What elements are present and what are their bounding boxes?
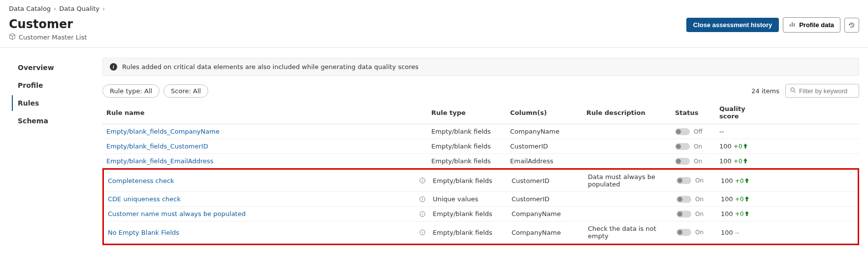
rule-name-link[interactable]: CDE uniqueness check bbox=[108, 195, 181, 203]
quality-score: 100+0 bbox=[721, 195, 760, 203]
filter-rule-type-value: All bbox=[144, 87, 152, 95]
bar-chart-icon bbox=[789, 21, 796, 29]
search-box[interactable] bbox=[785, 84, 859, 98]
rule-name-link[interactable]: Empty/blank_fields_EmailAddress bbox=[106, 157, 214, 165]
filter-score-label: Score: bbox=[171, 87, 193, 95]
col-header-name[interactable]: Rule name bbox=[106, 109, 431, 116]
rule-type: Unique values bbox=[433, 195, 512, 203]
status-label: On bbox=[695, 177, 704, 184]
rule-columns: CompanyName bbox=[510, 128, 586, 135]
sidebar-item-schema[interactable]: Schema bbox=[12, 113, 94, 129]
rule-columns: CompanyName bbox=[512, 229, 588, 236]
status-toggle[interactable] bbox=[675, 158, 690, 165]
score-value: 100 bbox=[721, 210, 733, 218]
sidebar-item-rules[interactable]: Rules bbox=[12, 95, 94, 111]
rule-name-link[interactable]: Customer name must always be populated bbox=[108, 210, 246, 218]
status-toggle[interactable] bbox=[675, 128, 690, 135]
status-label: On bbox=[695, 211, 704, 218]
search-input[interactable] bbox=[799, 87, 855, 95]
breadcrumb-item-data-quality[interactable]: Data Quality bbox=[59, 5, 99, 12]
score-delta: +0 bbox=[735, 178, 749, 184]
filter-rule-type[interactable]: Rule type: All bbox=[102, 84, 160, 98]
col-header-type[interactable]: Rule type bbox=[431, 109, 510, 116]
rules-table: Rule name Rule type Column(s) Rule descr… bbox=[102, 102, 859, 245]
info-icon[interactable] bbox=[419, 177, 426, 184]
quality-score: -- bbox=[719, 128, 759, 135]
chevron-right-icon: › bbox=[102, 5, 105, 12]
info-icon[interactable] bbox=[419, 211, 426, 218]
score-delta: +0 bbox=[735, 196, 749, 203]
info-banner-text: Rules added on critical data elements ar… bbox=[122, 63, 418, 71]
rule-columns: CustomerID bbox=[512, 195, 588, 203]
status-label: On bbox=[694, 143, 702, 150]
breadcrumb-item-data-catalog[interactable]: Data Catalog bbox=[9, 5, 51, 12]
score-delta: +0 bbox=[734, 158, 747, 165]
rule-columns: EmailAddress bbox=[510, 157, 586, 165]
rule-name-link[interactable]: No Empty Blank Fields bbox=[108, 229, 179, 236]
status-label: Off bbox=[694, 128, 703, 135]
table-row: Customer name must always be populatedEm… bbox=[104, 207, 858, 221]
rule-type: Empty/blank fields bbox=[431, 157, 510, 165]
score-delta: +0 bbox=[735, 211, 749, 218]
score-delta: -- bbox=[735, 229, 739, 236]
col-header-columns[interactable]: Column(s) bbox=[510, 109, 586, 116]
rule-description: Data must always be populated bbox=[588, 173, 676, 188]
score-value: 100 bbox=[719, 157, 732, 165]
svg-point-0 bbox=[791, 88, 794, 91]
table-row: CDE uniqueness checkUnique valuesCustome… bbox=[104, 192, 858, 207]
close-assessment-history-button[interactable]: Close assessment history bbox=[686, 18, 779, 32]
score-value: 100 bbox=[721, 195, 733, 203]
filter-score[interactable]: Score: All bbox=[163, 84, 208, 98]
score-delta: +0 bbox=[734, 143, 747, 150]
rule-columns: CustomerID bbox=[510, 143, 586, 150]
table-row: Empty/blank_fields_EmailAddressEmpty/bla… bbox=[102, 154, 859, 169]
table-row: Completeness checkEmpty/blank fieldsCust… bbox=[104, 170, 858, 192]
info-icon[interactable] bbox=[419, 196, 426, 203]
rule-columns: CustomerID bbox=[512, 177, 588, 184]
profile-data-label: Profile data bbox=[799, 21, 834, 29]
table-row: Empty/blank_fields_CompanyNameEmpty/blan… bbox=[102, 124, 859, 139]
history-icon bbox=[848, 22, 855, 29]
profile-data-button[interactable]: Profile data bbox=[783, 17, 840, 33]
arrow-up-icon bbox=[743, 143, 747, 150]
page-title: Customer bbox=[9, 17, 87, 31]
info-icon[interactable] bbox=[419, 229, 426, 236]
page-subtitle: Customer Master List bbox=[19, 34, 87, 41]
items-count: 24 items bbox=[751, 87, 779, 95]
score-value: 100 bbox=[721, 177, 733, 184]
rule-name-link[interactable]: Empty/blank_fields_CompanyName bbox=[106, 128, 220, 135]
breadcrumb: Data Catalog › Data Quality › bbox=[9, 5, 859, 12]
rule-type: Empty/blank fields bbox=[431, 128, 510, 135]
history-icon-button[interactable] bbox=[844, 18, 859, 33]
filter-rule-type-label: Rule type: bbox=[110, 87, 144, 95]
quality-score: 100+0 bbox=[721, 210, 760, 218]
rule-type: Empty/blank fields bbox=[431, 143, 510, 150]
info-icon: i bbox=[110, 63, 117, 71]
col-header-description[interactable]: Rule description bbox=[586, 109, 675, 116]
arrow-up-icon bbox=[745, 211, 749, 218]
rule-name-link[interactable]: Empty/blank_fields_CustomerID bbox=[106, 143, 208, 150]
status-toggle[interactable] bbox=[675, 143, 690, 150]
quality-score: 100+0 bbox=[721, 177, 760, 184]
rule-name-link[interactable]: Completeness check bbox=[108, 177, 174, 184]
sidebar-item-overview[interactable]: Overview bbox=[12, 60, 94, 75]
status-label: On bbox=[695, 196, 704, 203]
rule-type: Empty/blank fields bbox=[433, 210, 512, 218]
arrow-up-icon bbox=[743, 158, 747, 165]
quality-score: 100+0 bbox=[719, 157, 759, 165]
rule-description: Check the data is not empty bbox=[588, 225, 676, 240]
arrow-up-icon bbox=[745, 178, 749, 184]
col-header-status[interactable]: Status bbox=[675, 109, 719, 116]
highlighted-rules-group: Completeness checkEmpty/blank fieldsCust… bbox=[102, 168, 859, 245]
score-value: 100 bbox=[719, 143, 732, 150]
status-toggle[interactable] bbox=[676, 177, 691, 184]
status-toggle[interactable] bbox=[676, 229, 691, 236]
sidebar-item-profile[interactable]: Profile bbox=[12, 77, 94, 93]
status-toggle[interactable] bbox=[676, 196, 691, 203]
sidebar: Overview Profile Rules Schema bbox=[0, 48, 94, 245]
col-header-score[interactable]: Quality score bbox=[719, 105, 759, 120]
score-value: 100 bbox=[721, 229, 733, 236]
chevron-right-icon: › bbox=[54, 5, 56, 12]
status-toggle[interactable] bbox=[676, 211, 691, 218]
filter-score-value: All bbox=[193, 87, 201, 95]
